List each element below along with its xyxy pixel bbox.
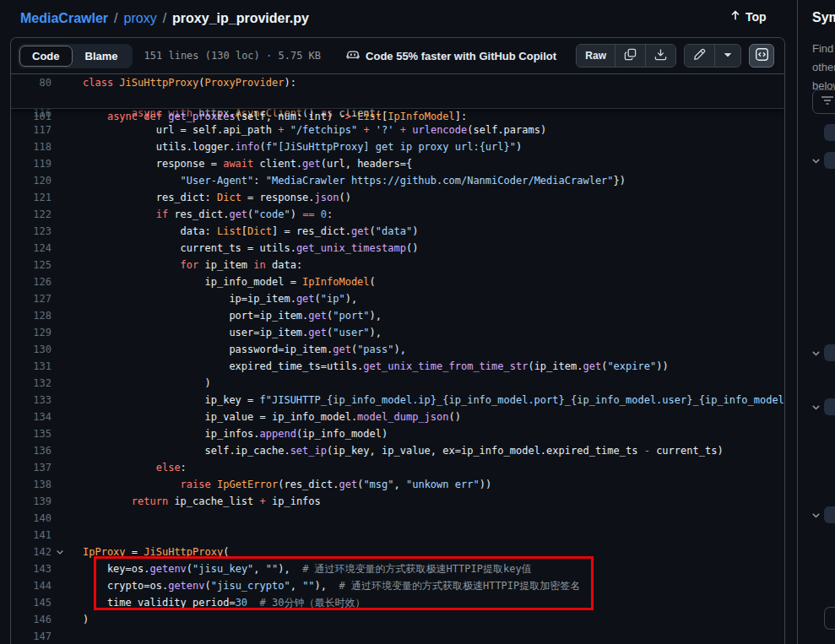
code-line: 136 self.ip_cache.set_ip(ip_key, ip_valu…: [11, 442, 784, 459]
line-number[interactable]: 123: [11, 223, 52, 240]
line-number[interactable]: 80: [11, 74, 52, 91]
symbol-skeleton-outline: [824, 607, 835, 630]
breadcrumb-repo-link[interactable]: MediaCrawler: [20, 11, 108, 26]
line-number[interactable]: 143: [11, 560, 52, 577]
breadcrumb-separator: /: [114, 11, 117, 26]
github-file-view: MediaCrawler / proxy / proxy_ip_provider…: [0, 0, 835, 644]
code-line: 101 async def get_proxies(self, num: int…: [11, 108, 784, 125]
line-number[interactable]: 139: [11, 493, 52, 510]
code-text: expired_time_ts=utils.get_unix_time_from…: [68, 358, 669, 375]
line-number[interactable]: 129: [11, 324, 52, 341]
code-text: raise IpGetError(res_dict.get("msg", "un…: [68, 476, 491, 493]
gutter-spacer: [52, 290, 68, 307]
line-number[interactable]: 126: [11, 273, 52, 290]
symbols-panel-icon: [755, 47, 769, 64]
line-number[interactable]: 124: [11, 240, 52, 257]
line-number[interactable]: 136: [11, 442, 52, 459]
gutter-spacer: [52, 358, 68, 375]
line-number[interactable]: 131: [11, 358, 52, 375]
code-line: 137 else:: [11, 459, 784, 476]
symbols-description-line: other: [812, 58, 835, 77]
line-number[interactable]: 122: [11, 206, 52, 223]
chevron-down-icon[interactable]: [811, 401, 822, 413]
line-number[interactable]: 141: [11, 527, 52, 544]
code-line: 123 data: List[Dict] = res_dict.get("dat…: [11, 223, 784, 240]
download-button[interactable]: [645, 45, 675, 67]
code-line: 141: [11, 527, 784, 544]
code-blame-switcher: Code Blame: [18, 44, 133, 68]
line-number[interactable]: 133: [11, 392, 52, 409]
code-line: 122 if res_dict.get("code") == 0:: [11, 206, 784, 223]
gutter-spacer: [52, 409, 68, 425]
line-number[interactable]: 128: [11, 307, 52, 324]
code-line: 121 res_dict: Dict = response.json(): [11, 189, 784, 206]
gutter-spacer: [52, 257, 68, 273]
gutter-spacer: [52, 628, 68, 644]
collapse-chevron-icon[interactable]: [52, 544, 68, 560]
line-number[interactable]: 138: [11, 476, 52, 493]
line-number[interactable]: 119: [11, 155, 52, 172]
line-number[interactable]: 144: [11, 577, 52, 594]
copy-button[interactable]: [615, 45, 645, 67]
pencil-icon: [693, 48, 706, 63]
gutter-spacer: [52, 307, 68, 324]
line-number[interactable]: 120: [11, 172, 52, 189]
code-line: 146): [11, 611, 784, 628]
code-text: password=ip_item.get("pass"),: [68, 341, 406, 358]
line-number[interactable]: 121: [11, 189, 52, 206]
back-to-top-button[interactable]: Top: [729, 9, 767, 24]
code-line: 124 current_ts = utils.get_unix_timestam…: [11, 240, 784, 257]
code-line: 125 for ip_item in data:: [11, 257, 784, 273]
code-text: "User-Agent": "MediaCrawler https://gith…: [68, 172, 626, 189]
gutter-spacer: [52, 341, 68, 358]
line-number[interactable]: 125: [11, 257, 52, 273]
code-text: ip_infos.append(ip_info_model): [68, 425, 388, 442]
chevron-down-icon[interactable]: [811, 509, 822, 521]
line-number[interactable]: 137: [11, 459, 52, 476]
line-number[interactable]: 140: [11, 510, 52, 527]
chevron-down-icon[interactable]: [811, 347, 822, 359]
code-line: 133 ip_key = f"JISUHTTP_{ip_info_model.i…: [11, 392, 784, 409]
code-text: class JiSuHttpProxy(ProxyProvider):: [68, 74, 296, 91]
tab-blame[interactable]: Blame: [73, 46, 131, 67]
code-line: 147: [11, 628, 784, 644]
edit-button[interactable]: [685, 45, 714, 67]
gutter-spacer: [52, 375, 68, 392]
line-number[interactable]: 130: [11, 341, 52, 358]
line-number[interactable]: 118: [11, 138, 52, 155]
line-number[interactable]: 135: [11, 425, 52, 442]
code-text: [68, 527, 83, 544]
code-line: 120 "User-Agent": "MediaCrawler https://…: [11, 172, 784, 189]
line-number[interactable]: 134: [11, 409, 52, 425]
tab-code[interactable]: Code: [19, 46, 73, 67]
code-line: 145 time_validity_period=30 # 30分钟（最长时效）: [11, 594, 784, 611]
code-line: 138 raise IpGetError(res_dict.get("msg",…: [11, 476, 784, 493]
gutter-spacer: [52, 442, 68, 459]
line-number[interactable]: 147: [11, 628, 52, 644]
line-number[interactable]: 146: [11, 611, 52, 628]
line-number[interactable]: 145: [11, 594, 52, 611]
gutter-spacer: [52, 155, 68, 172]
gutter-spacer: [52, 273, 68, 290]
edit-options-button[interactable]: [714, 45, 740, 67]
line-number[interactable]: 101: [11, 108, 52, 125]
symbols-panel-toggle[interactable]: [749, 44, 774, 68]
symbols-filter-button[interactable]: [812, 89, 835, 114]
symbol-skeleton: [824, 398, 835, 415]
line-number[interactable]: 132: [11, 375, 52, 392]
gutter-spacer: [52, 594, 68, 611]
line-number[interactable]: 142: [11, 544, 52, 560]
code-line: 127 ip=ip_item.get("ip"),: [11, 290, 784, 307]
raw-button[interactable]: Raw: [577, 45, 615, 67]
chevron-down-icon[interactable]: [811, 154, 822, 166]
file-meta-text: 151 lines (130 loc) · 5.75 KB: [144, 50, 322, 62]
code-line: 139 return ip_cache_list + ip_infos: [11, 493, 784, 510]
code-text: key=os.getenv("jisu_key", ""), # 通过环境变量的…: [68, 560, 532, 577]
copilot-banner-text: Code 55% faster with GitHub Copilot: [366, 50, 556, 62]
line-number[interactable]: 127: [11, 290, 52, 307]
code-text: ): [68, 611, 89, 628]
breadcrumb-folder-link[interactable]: proxy: [124, 11, 157, 26]
symbol-skeleton: [824, 124, 835, 141]
copilot-banner: Code 55% faster with GitHub Copilot: [346, 48, 556, 64]
code-text: [68, 510, 83, 527]
